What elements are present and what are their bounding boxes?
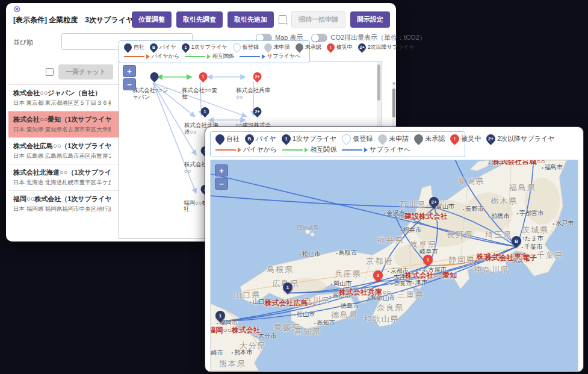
legend-arrow-label: 相互関係	[212, 52, 234, 60]
legend-pin-label: 自社	[134, 43, 144, 51]
company-list: 株式会社○○ジャパン（自社） 日本 東京都 東京都港区芝５丁目３６番７号 株式会…	[8, 84, 119, 217]
legend-arrow-label: バイヤから	[152, 52, 179, 60]
legend-arrow-item: バイヤから	[124, 52, 179, 60]
zoom-in-button[interactable]: +	[215, 164, 228, 176]
company-list-item[interactable]: 株式会社広島○○（1次サプライヤ） 日本 広島県 広島県広島市南区南蟹屋２丁目３…	[8, 137, 119, 164]
bulk-chat-checkbox[interactable]	[46, 68, 54, 76]
legend-pin-item: 未申請	[264, 43, 290, 51]
arrow-line-icon	[185, 56, 205, 57]
legend-pin-item: 未承認	[414, 134, 445, 143]
legend-pin-label: 2次以降サプライヤ	[497, 134, 554, 143]
japan-map[interactable]: 新潟県福島県石川県栃木県茨城県福井県長野県埼玉県千葉県神奈川県静岡県岐阜県京都府…	[210, 160, 578, 372]
graph-node-label: 株式会社兵庫○○	[236, 87, 270, 101]
map-pin-icon	[122, 42, 133, 52]
legend-pin-item: 1 1次サプライヤ	[182, 43, 227, 51]
legend-arrow-item: バイヤから	[215, 145, 277, 154]
legend-arrow-label: バイヤから	[243, 145, 277, 154]
legend-pin-label: 被災中	[461, 134, 481, 143]
company-list-item[interactable]: 株式会社○○ジャパン（自社） 日本 東京都 東京都港区芝５丁目３６番７号	[8, 84, 119, 111]
map-pin-icon	[376, 132, 389, 145]
legend-pin-label: バイヤ	[256, 134, 276, 143]
company-list-item[interactable]: 福岡○○株式会社（1次サプライヤ） 日本 福岡県 福岡県福岡市中央区地行浜２丁目…	[8, 190, 119, 217]
legend-pin-item: B バイヤ	[245, 134, 276, 143]
partner-survey-button[interactable]: 取引先調査	[176, 11, 223, 28]
legend-pin-label: 被災中	[336, 43, 353, 51]
map-pin-icon: 1	[280, 132, 292, 145]
supply-connection-lines	[211, 160, 578, 371]
company-name: 株式会社北海道○○（1次サプライヤ）	[13, 168, 111, 177]
legend-pin-label: 2次以降サプライヤ	[368, 43, 415, 51]
legend-arrow-label: サプライヤへ	[370, 145, 410, 154]
legend-pin-label: 1次サプライヤ	[292, 134, 336, 143]
company-address: 日本 福岡県 福岡県福岡市中央区地行浜２丁目２...	[13, 205, 111, 213]
legend-pin-label: 未申請	[389, 134, 409, 143]
map-pin-icon: 1	[180, 42, 191, 52]
map-pin-icon	[214, 132, 226, 145]
legend-pin-label: 自社	[226, 134, 240, 143]
map-pin-icon: 2+	[484, 132, 497, 145]
map-pin-icon	[231, 42, 242, 52]
legend-pin-label: 未承認	[425, 134, 445, 143]
scroll-up-icon[interactable]: ▲	[392, 81, 396, 85]
supplier-map-window: 自社 B バイヤ 1 1次サプライヤ 仮登録	[205, 126, 584, 372]
legend-pin-item: ! 被災中	[450, 134, 481, 143]
zoom-out-button[interactable]: −	[215, 178, 228, 190]
company-address: 日本 東京都 東京都港区芝５丁目３６番７号	[13, 99, 111, 107]
company-pin-icon	[149, 70, 161, 83]
arrow-right-icon	[207, 54, 211, 59]
arrow-line-icon	[124, 56, 144, 57]
company-list-item[interactable]: 株式会社北海道○○（1次サプライヤ） 日本 北海道 北海道札幌市豊平区羊ケ丘１番…	[8, 164, 119, 190]
graph-scrollbar[interactable]	[377, 62, 381, 134]
zoom-in-button[interactable]: +	[123, 65, 136, 77]
legend-arrow-label: サプライヤへ	[267, 52, 300, 60]
legend-arrow-item: サプライヤへ	[240, 52, 300, 60]
arrow-line-icon	[282, 149, 303, 151]
scrollbar-thumb[interactable]	[392, 89, 395, 117]
arrow-line-icon	[215, 149, 236, 151]
company-name: 株式会社○○ジャパン（自社）	[13, 89, 111, 98]
legend-pin-item: 仮登録	[342, 134, 373, 143]
arrow-right-icon	[364, 148, 368, 152]
close-icon[interactable]: ⊗	[13, 4, 21, 14]
company-name: 株式会社広島○○（1次サプライヤ）	[13, 142, 111, 151]
legend-arrow-item: サプライヤへ	[342, 145, 410, 154]
disclosure-settings-button[interactable]: 開示設定	[350, 11, 390, 28]
graph-node-label: 株式会社○○ジャパン	[132, 87, 168, 101]
legend-pin-item: 1 1次サプライヤ	[282, 134, 336, 143]
legend-pin-label: 仮登録	[353, 134, 373, 143]
legend-pin-item: 自社	[215, 134, 240, 143]
arrow-line-icon	[342, 149, 362, 151]
scrollbar-thumb[interactable]	[377, 64, 380, 101]
toggle-label: CO2排出量表示（単位：tCO2）	[330, 33, 426, 42]
company-name: 福岡○○株式会社（1次サプライヤ）	[13, 195, 111, 204]
map-pin-icon: B	[243, 132, 256, 145]
legend-pin-label: 未申請	[274, 43, 290, 51]
map-pin-icon: 2+	[356, 42, 367, 52]
legend-pin-item: ! 被災中	[327, 43, 353, 51]
legend-pin-item: 未申請	[378, 134, 409, 143]
page-title: [表示条件] 企業粒度 3次サプライヤ表示	[13, 15, 147, 25]
arrow-right-icon	[146, 54, 150, 59]
legend-pin-item: B バイヤ	[150, 43, 176, 51]
legend-pin-label: 1次サプライヤ	[191, 43, 227, 51]
legend-arrow-label: 相互関係	[310, 145, 336, 154]
position-adjust-button[interactable]: 位置調整	[132, 11, 172, 28]
toggle-switch[interactable]	[311, 34, 327, 42]
legend: 自社 B バイヤ 1 1次サプライヤ 仮登録	[119, 40, 310, 63]
legend-arrow-item: 相互関係	[282, 145, 336, 154]
company-list-item[interactable]: 株式会社○○愛知（1次サプライヤ） 日本 愛知県 愛知県名古屋市東区大幸南１丁目…	[8, 111, 119, 137]
bulk-invite-button[interactable]: 招待一括申請	[291, 11, 345, 28]
map-pin-icon: !	[448, 132, 461, 145]
company-name: 株式会社○○愛知（1次サプライヤ）	[13, 115, 111, 124]
company-list-sidebar: 一斉チャット 株式会社○○ジャパン（自社） 日本 東京都 東京都港区芝５丁目３６…	[8, 61, 119, 239]
legend-pin-label: 仮登録	[243, 43, 259, 51]
company-pin-icon: B	[509, 234, 523, 248]
bulk-chat-button[interactable]: 一斉チャット	[58, 64, 113, 79]
document-add-icon[interactable]	[279, 15, 286, 24]
sort-order-label: 並び順	[13, 38, 33, 47]
zoom-out-button[interactable]: −	[123, 78, 136, 90]
legend-arrow-item: 相互関係	[185, 52, 234, 60]
map-pin-icon: !	[325, 42, 336, 52]
map-pin-icon	[340, 132, 353, 145]
partner-add-button[interactable]: 取引先追加	[227, 11, 274, 28]
